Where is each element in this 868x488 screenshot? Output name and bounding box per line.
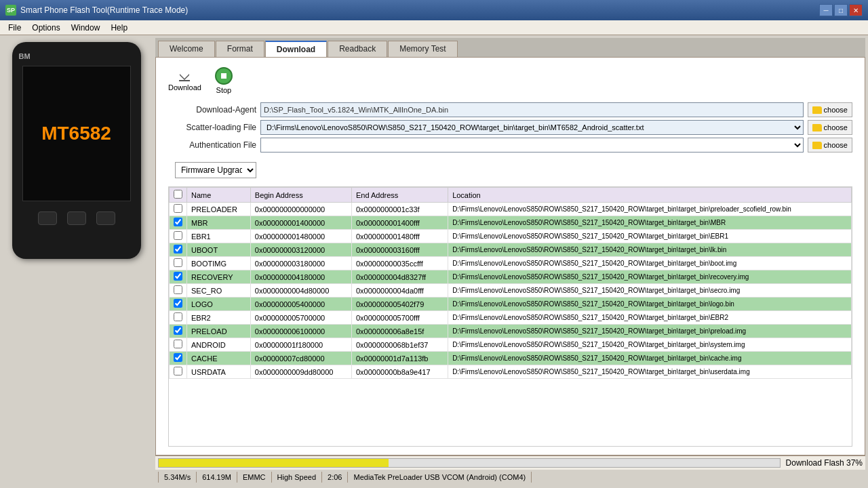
- menu-file[interactable]: File: [3, 22, 26, 34]
- phone-screen: MT6582: [22, 66, 131, 201]
- status-time: 2:06: [322, 472, 348, 483]
- window-title: Smart Phone Flash Tool(Runtime Trace Mod…: [20, 5, 819, 15]
- row-name: USRDATA: [187, 365, 251, 379]
- row-name: SEC_RO: [187, 284, 251, 298]
- row-end: 0x0000000068b1ef37: [352, 338, 448, 352]
- row-name: MBR: [187, 216, 251, 230]
- row-location: D:\Firms\Lenovo\LenovoS850\ROW\S850_S217…: [448, 325, 852, 338]
- row-checkbox[interactable]: [174, 204, 182, 213]
- menu-help[interactable]: Help: [105, 22, 133, 34]
- row-checkbox-cell[interactable]: [170, 311, 187, 325]
- firmware-select[interactable]: Firmware Upgrade: [175, 162, 256, 178]
- toolbar: Download Stop: [161, 63, 859, 98]
- auth-select[interactable]: [260, 138, 804, 152]
- row-checkbox-cell[interactable]: [170, 257, 187, 270]
- row-checkbox[interactable]: [174, 231, 182, 240]
- close-button[interactable]: ✕: [849, 4, 863, 16]
- choose-auth-button[interactable]: choose: [808, 138, 852, 152]
- status-size: 614.19M: [197, 472, 237, 483]
- table-container[interactable]: Name Begin Address End Address Location …: [168, 186, 852, 447]
- download-label: Download: [168, 83, 201, 92]
- row-name: ANDROID: [187, 338, 251, 352]
- tab-format[interactable]: Format: [216, 41, 264, 57]
- auth-input-wrapper: [260, 138, 804, 152]
- stop-button[interactable]: Stop: [215, 67, 233, 94]
- row-checkbox[interactable]: [174, 353, 182, 362]
- row-begin: 0x000000001400000: [250, 216, 351, 230]
- row-name: UBOOT: [187, 243, 251, 257]
- row-checkbox[interactable]: [174, 258, 182, 267]
- row-end: 0x00000000035ccfff: [352, 257, 448, 270]
- row-checkbox-cell[interactable]: [170, 243, 187, 257]
- row-checkbox-cell[interactable]: [170, 216, 187, 230]
- download-agent-input[interactable]: [260, 102, 804, 117]
- table-row: UBOOT 0x000000003120000 0x000000003160ff…: [170, 243, 852, 257]
- progress-bar-row: Download Flash 37%: [155, 456, 865, 470]
- row-checkbox[interactable]: [174, 340, 182, 348]
- phone-buttons: [38, 211, 115, 225]
- choose-agent-button[interactable]: choose: [808, 102, 852, 117]
- col-header-begin: Begin Address: [250, 188, 351, 203]
- row-location: D:\Firms\Lenovo\LenovoS850\ROW\S850_S217…: [448, 203, 852, 216]
- left-panel: BM MT6582: [0, 35, 153, 488]
- row-checkbox[interactable]: [174, 312, 182, 321]
- table-row: RECOVERY 0x000000004180000 0x000000004d8…: [170, 270, 852, 284]
- row-checkbox[interactable]: [174, 326, 182, 335]
- row-checkbox[interactable]: [174, 285, 182, 294]
- row-name: EBR2: [187, 311, 251, 325]
- phone-btn-back: [38, 211, 57, 225]
- row-begin: 0x000000000000000: [250, 203, 351, 216]
- row-end: 0x000000004d8327ff: [352, 270, 448, 284]
- maximize-button[interactable]: □: [834, 4, 848, 16]
- table-row: CACHE 0x00000007cd80000 0x00000001d7a113…: [170, 352, 852, 365]
- tab-memory-test[interactable]: Memory Test: [388, 41, 457, 57]
- app-icon: SP: [5, 5, 16, 16]
- row-checkbox[interactable]: [174, 245, 182, 253]
- auth-label: Authentication File: [168, 140, 256, 150]
- row-begin: 0x00000001f180000: [250, 338, 351, 352]
- row-checkbox[interactable]: [174, 299, 182, 308]
- tab-readback[interactable]: Readback: [328, 41, 387, 57]
- minimize-button[interactable]: ─: [819, 4, 833, 16]
- row-checkbox-cell[interactable]: [170, 284, 187, 298]
- phone-top-bar: BM: [19, 52, 134, 60]
- stop-label: Stop: [216, 86, 232, 94]
- menu-options[interactable]: Options: [26, 22, 65, 34]
- tab-download[interactable]: Download: [265, 41, 327, 57]
- table-row: LOGO 0x000000005400000 0x000000005402f79…: [170, 298, 852, 311]
- phone-btn-menu: [96, 211, 115, 225]
- row-checkbox[interactable]: [174, 272, 182, 281]
- col-header-end: End Address: [352, 188, 448, 203]
- row-checkbox-cell[interactable]: [170, 338, 187, 352]
- select-all-checkbox[interactable]: [174, 190, 182, 199]
- content-area: Download Stop Download-Agent: [155, 57, 865, 455]
- row-checkbox-cell[interactable]: [170, 203, 187, 216]
- row-checkbox-cell[interactable]: [170, 352, 187, 365]
- menu-window[interactable]: Window: [66, 22, 106, 34]
- table-row: ANDROID 0x00000001f180000 0x0000000068b1…: [170, 338, 852, 352]
- row-checkbox-cell[interactable]: [170, 365, 187, 379]
- tab-welcome[interactable]: Welcome: [158, 41, 215, 57]
- row-end: 0x000000003160fff: [352, 243, 448, 257]
- table-row: BOOTIMG 0x000000003180000 0x00000000035c…: [170, 257, 852, 270]
- row-name: RECOVERY: [187, 270, 251, 284]
- row-checkbox[interactable]: [174, 367, 182, 375]
- row-location: D:\Firms\Lenovo\LenovoS850\ROW\S850_S217…: [448, 270, 852, 284]
- phone-bm-label: BM: [19, 52, 31, 60]
- row-checkbox[interactable]: [174, 218, 182, 226]
- choose-scatter-button[interactable]: choose: [808, 120, 852, 135]
- right-panel: Welcome Format Download Readback Memory …: [153, 35, 868, 488]
- row-checkbox-cell[interactable]: [170, 325, 187, 338]
- row-checkbox-cell[interactable]: [170, 230, 187, 243]
- row-name: BOOTIMG: [187, 257, 251, 270]
- row-checkbox-cell[interactable]: [170, 270, 187, 284]
- choose-agent-label: choose: [824, 106, 848, 114]
- row-end: 0x0000000004da0fff: [352, 284, 448, 298]
- tab-bar: Welcome Format Download Readback Memory …: [155, 38, 865, 57]
- status-speed: 5.34M/s: [158, 472, 197, 483]
- form-area: Download-Agent choose Scatter-loading Fi…: [161, 98, 859, 157]
- row-location: D:\Firms\Lenovo\LenovoS850\ROW\S850_S217…: [448, 338, 852, 352]
- row-checkbox-cell[interactable]: [170, 298, 187, 311]
- download-button[interactable]: Download: [168, 70, 201, 92]
- scatter-select[interactable]: D:\Firms\Lenovo\LenovoS850\ROW\S850_S217…: [260, 120, 804, 135]
